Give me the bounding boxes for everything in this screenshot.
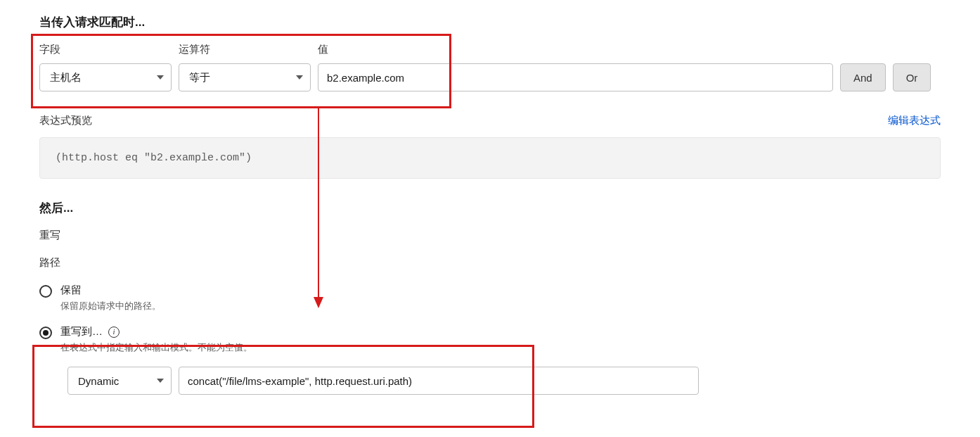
rewrite-expression-input[interactable] — [179, 367, 699, 395]
caret-down-icon — [157, 75, 164, 80]
field-column-label: 字段 — [39, 43, 172, 56]
then-heading: 然后... — [39, 200, 941, 216]
operator-select[interactable]: 等于 — [179, 63, 311, 91]
caret-down-icon — [296, 75, 303, 80]
rewrite-label: 重写 — [39, 229, 941, 242]
edit-expression-link[interactable]: 编辑表达式 — [888, 114, 941, 127]
path-label: 路径 — [39, 256, 941, 270]
radio-preserve-label: 保留 — [60, 284, 82, 297]
field-select-value: 主机名 — [50, 71, 82, 84]
value-input[interactable] — [318, 63, 833, 91]
radio-icon[interactable] — [39, 327, 52, 339]
radio-option-rewrite[interactable]: 重写到… i 在表达式中指定输入和输出模式。不能为空值。 — [39, 325, 941, 354]
radio-option-preserve[interactable]: 保留 保留原始请求中的路径。 — [39, 284, 941, 312]
value-column-label: 值 — [318, 43, 833, 56]
or-button[interactable]: Or — [893, 63, 931, 91]
rewrite-type-value: Dynamic — [78, 375, 119, 387]
radio-rewrite-help: 在表达式中指定输入和输出模式。不能为空值。 — [60, 341, 252, 354]
info-icon[interactable]: i — [108, 327, 120, 338]
expression-preview-title: 表达式预览 — [39, 114, 92, 127]
operator-select-value: 等于 — [189, 71, 210, 84]
rewrite-type-select[interactable]: Dynamic — [67, 367, 172, 395]
caret-down-icon — [157, 379, 164, 383]
radio-preserve-help: 保留原始请求中的路径。 — [60, 300, 161, 312]
field-select[interactable]: 主机名 — [39, 63, 172, 91]
radio-rewrite-label: 重写到… — [60, 325, 103, 338]
radio-icon[interactable] — [39, 285, 52, 298]
expression-preview-box: (http.host eq "b2.example.com") — [39, 137, 941, 179]
match-heading: 当传入请求匹配时... — [39, 14, 941, 30]
and-button[interactable]: And — [840, 63, 886, 91]
match-rule-row: 字段 主机名 运算符 等于 值 And Or — [39, 43, 941, 91]
operator-column-label: 运算符 — [179, 43, 311, 56]
